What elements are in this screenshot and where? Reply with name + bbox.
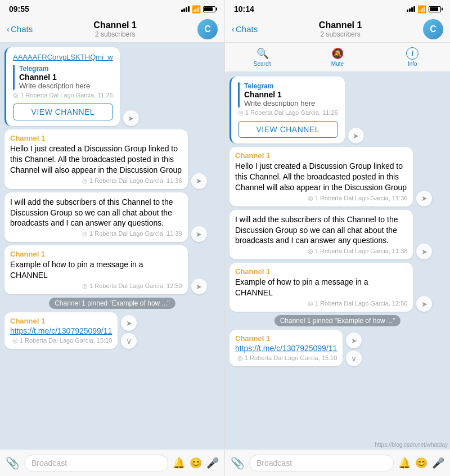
right-status-bar: 10:14 📶 (225, 0, 450, 16)
left-msg4-meta: ◎ 1 Roberta Dal Lago Garcia, 15:10 (10, 337, 112, 344)
left-msg2-share[interactable]: ➤ (191, 226, 207, 242)
right-wifi-icon: 📶 (417, 5, 426, 14)
search-label: Search (254, 61, 272, 67)
left-msg4-link[interactable]: https://t.me/c/1307925099/11 (10, 326, 112, 335)
right-msg1-channel: Channel 1 (235, 151, 407, 160)
left-status-icons: 📶 (181, 5, 215, 14)
right-msg3-text: Example of how to pin a message in a CHA… (235, 277, 407, 298)
right-avatar[interactable]: C (423, 19, 443, 39)
chevron-left-icon: ‹ (7, 24, 10, 34)
left-info-url[interactable]: AAAAAFRCorvpLSKTHQmi_w (13, 53, 113, 61)
right-msg2-row: I will add the subscribers of this Chann… (230, 210, 446, 260)
search-icon: 🔍 (256, 47, 269, 60)
right-broadcast-input[interactable]: Broadcast (249, 455, 394, 471)
right-signal-icon (407, 6, 415, 12)
right-status-icons: 📶 (407, 5, 441, 14)
left-msg3-row: Channel 1 Example of how to pin a messag… (4, 245, 220, 294)
info-action[interactable]: i Info (395, 47, 429, 67)
left-channel-title: Channel 1 (93, 20, 136, 30)
left-view-channel-btn[interactable]: VIEW CHANNEL (13, 104, 113, 120)
right-info-desc: Write description here (244, 99, 315, 107)
left-broadcast-input[interactable]: Broadcast (24, 455, 168, 471)
left-msg1: Channel 1 Hello I just created a Discuss… (4, 129, 188, 189)
left-time: 09:55 (9, 5, 29, 14)
right-info-channel: Channel 1 (244, 90, 315, 99)
left-chat-area: AAAAAFRCorvpLSKTHQmi_w Telegram Channel … (0, 43, 224, 449)
left-nav-bar: ‹ Chats Channel 1 2 subscribers C (0, 16, 224, 43)
right-msg4-share[interactable]: ➤ (346, 333, 362, 348)
right-msg4-channel: Channel 1 (235, 334, 337, 343)
right-msg4-link[interactable]: https://t.me/c/1307925099/11 (235, 344, 337, 353)
right-mic-icon[interactable]: 🎤 (432, 457, 444, 469)
right-sticker-icon[interactable]: 😊 (415, 457, 428, 469)
left-msg3-channel: Channel 1 (10, 250, 182, 258)
left-msg2: I will add the subscribers of this Chann… (4, 192, 188, 243)
left-msg2-row: I will add the subscribers of this Chann… (4, 192, 220, 243)
left-msg3: Channel 1 Example of how to pin a messag… (4, 245, 188, 294)
right-info-share[interactable]: ➤ (348, 128, 364, 143)
left-sticker-icon[interactable]: 😊 (190, 457, 202, 469)
right-subscriber-count: 2 subscribers (319, 30, 362, 38)
mute-icon: 🔕 (331, 47, 344, 60)
left-msg2-text: I will add the subscribers of this Chann… (10, 197, 182, 229)
right-system-msg: Channel 1 pinned "Example of how ..." (274, 315, 401, 326)
left-msg3-text: Example of how to pin a message in a CHA… (10, 259, 182, 281)
left-msg4: Channel 1 https://t.me/c/1307925099/11 ◎… (4, 312, 118, 349)
right-info-meta: ◎ 1 Roberta Dal Lago Garcia, 11:26 (238, 109, 338, 116)
right-msg3-share[interactable]: ➤ (416, 296, 432, 312)
left-attach-icon[interactable]: 📎 (6, 456, 20, 470)
right-msg4-chevron[interactable]: ∨ (346, 351, 362, 366)
right-attach-icon[interactable]: 📎 (231, 456, 245, 470)
right-msg4: Channel 1 https://t.me/c/1307925099/11 ◎… (230, 330, 343, 366)
info-icon: i (406, 47, 418, 60)
left-system-msg: Channel 1 pinned "Example of how ..." (49, 298, 176, 309)
right-time: 10:14 (234, 5, 254, 14)
left-bell-icon[interactable]: 🔔 (173, 457, 185, 469)
left-back-button[interactable]: ‹ Chats (7, 24, 33, 34)
left-subscriber-count: 2 subscribers (93, 30, 136, 38)
right-input-bar: 📎 Broadcast 🔔 😊 🎤 (225, 449, 450, 476)
right-msg1-share[interactable]: ➤ (416, 191, 432, 206)
right-msg1-meta: ◎ 1 Roberta Dal Lago Garcia, 11:36 (235, 195, 407, 202)
right-msg2: I will add the subscribers of this Chann… (230, 210, 413, 260)
right-msg1-text: Hello I just created a Discussion Group … (235, 161, 407, 193)
back-label: Chats (11, 24, 33, 34)
right-msg4-meta: ◎ 1 Roberta Dal Lago Garcia, 15:10 (235, 354, 337, 362)
signal-icon (181, 6, 190, 12)
left-msg4-share[interactable]: ➤ (121, 315, 137, 331)
left-mic-icon[interactable]: 🎤 (206, 457, 219, 469)
left-msg3-share[interactable]: ➤ (191, 279, 207, 294)
left-info-channel: Channel 1 (19, 73, 90, 82)
battery-icon (203, 6, 215, 12)
left-msg1-channel: Channel 1 (10, 134, 182, 142)
right-nav-center: Channel 1 2 subscribers (319, 20, 362, 38)
right-channel-title: Channel 1 (319, 20, 362, 30)
right-msg1: Channel 1 Hello I just created a Discuss… (230, 147, 413, 206)
right-msg3-row: Channel 1 Example of how to pin a messag… (230, 263, 446, 312)
left-msg4-chevron[interactable]: ∨ (121, 333, 137, 349)
right-back-button[interactable]: ‹ Chats (232, 24, 258, 34)
right-info-row: Telegram Channel 1 Write description her… (230, 77, 446, 143)
right-chevron-left-icon: ‹ (232, 24, 235, 34)
search-action[interactable]: 🔍 Search (246, 47, 280, 67)
right-bell-icon[interactable]: 🔔 (398, 457, 411, 469)
wifi-icon: 📶 (192, 5, 201, 14)
right-view-channel-btn[interactable]: VIEW CHANNEL (238, 121, 338, 138)
right-back-label: Chats (236, 24, 258, 34)
left-msg1-meta: ◎ 1 Roberta Dal Lago Garcia, 11:36 (10, 177, 182, 185)
mute-label: Mute (331, 61, 344, 67)
left-input-bar: 📎 Broadcast 🔔 😊 🎤 (0, 449, 224, 476)
right-action-bar: 🔍 Search 🔕 Mute i Info (225, 43, 450, 72)
right-msg3: Channel 1 Example of how to pin a messag… (230, 263, 413, 312)
left-info-row: AAAAAFRCorvpLSKTHQmi_w Telegram Channel … (4, 47, 220, 126)
left-msg1-share[interactable]: ➤ (191, 173, 207, 189)
left-msg1-row: Channel 1 Hello I just created a Discuss… (4, 129, 220, 189)
left-info-meta: ◎ 1 Roberta Dal Lago Garcia, 11:26 (13, 92, 113, 99)
mute-action[interactable]: 🔕 Mute (321, 47, 354, 67)
left-info-bubble: AAAAAFRCorvpLSKTHQmi_w Telegram Channel … (4, 47, 120, 126)
left-avatar[interactable]: C (197, 19, 218, 39)
left-info-share[interactable]: ➤ (123, 110, 139, 126)
right-msg2-share[interactable]: ➤ (416, 244, 432, 259)
right-msg2-meta: ◎ 1 Roberta Dal Lago Garcia, 11:38 (235, 248, 407, 255)
left-msg2-meta: ◎ 1 Roberta Dal Lago Garcia, 11:38 (10, 230, 182, 237)
